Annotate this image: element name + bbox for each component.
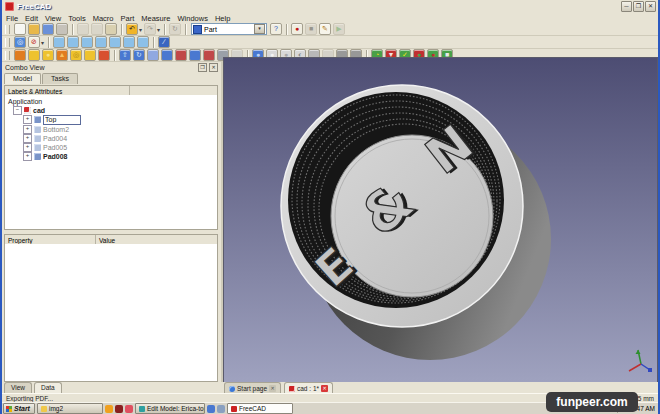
task-label: img2 (49, 405, 63, 412)
part-create-primitives-icon[interactable] (84, 49, 96, 61)
part-ruled-surface-icon[interactable] (189, 49, 201, 61)
menu-item-windows[interactable]: Windows (177, 14, 207, 23)
tree-item-cad[interactable]: cad (5, 106, 217, 115)
expand-icon[interactable] (23, 152, 32, 161)
part-fillet-icon[interactable] (161, 49, 173, 61)
expand-icon[interactable] (23, 125, 32, 134)
menu-item-tools[interactable]: Tools (68, 14, 86, 23)
tree-item-bottom2[interactable]: Bottom2 (5, 125, 217, 134)
view-axonometric-icon[interactable] (53, 36, 65, 48)
redo-icon[interactable]: ↷ (144, 23, 156, 35)
tree-item-application[interactable]: Application (5, 97, 217, 106)
tab-tasks[interactable]: Tasks (42, 73, 78, 84)
tree-item-pad005[interactable]: Pad005 (5, 143, 217, 152)
tab-data[interactable]: Data (34, 382, 62, 393)
part-extrude-icon[interactable]: ⇧ (119, 49, 131, 61)
workbench-selector[interactable]: Part (191, 23, 267, 35)
taskbar-item-edit-model[interactable]: Edit Model: Erica-top - S... (135, 403, 205, 414)
view-bottom-icon[interactable] (123, 36, 135, 48)
macro-stop-icon[interactable]: ■ (305, 23, 317, 35)
macro-record-icon[interactable]: ● (291, 23, 303, 35)
part-mirror-icon[interactable] (147, 49, 159, 61)
macro-play-icon[interactable]: ▶ (333, 23, 345, 35)
view-front-icon[interactable] (67, 36, 79, 48)
property-table[interactable] (4, 244, 218, 382)
close-icon[interactable] (645, 1, 656, 12)
refresh-icon[interactable]: ↻ (169, 23, 181, 35)
quick-launch-orange-icon[interactable] (105, 405, 113, 413)
part-torus-icon[interactable]: ◎ (70, 49, 82, 61)
quick-launch-pink-icon[interactable] (125, 405, 133, 413)
toolbar-grip[interactable] (5, 25, 10, 34)
title-bar: FreeCAD (2, 0, 658, 13)
maximize-icon[interactable] (633, 1, 644, 12)
menu-item-measure[interactable]: Measure (141, 14, 170, 23)
view-rear-icon[interactable] (109, 36, 121, 48)
quick-launch-blue-icon[interactable] (207, 405, 215, 413)
paste-icon[interactable] (105, 23, 117, 35)
part-sphere-icon[interactable]: ● (42, 49, 54, 61)
minimize-icon[interactable] (621, 1, 632, 12)
redo-dropdown-icon[interactable] (157, 26, 160, 33)
collapse-icon[interactable] (13, 106, 22, 115)
3d-viewport[interactable]: E E & & N N (223, 57, 658, 383)
draw-style-icon[interactable]: ⊘ (28, 36, 40, 48)
undo-icon[interactable]: ↶ (126, 23, 138, 35)
quick-launch-gray-icon[interactable] (217, 405, 225, 413)
macro-edit-icon[interactable]: ✎ (319, 23, 331, 35)
part-chamfer-icon[interactable] (175, 49, 187, 61)
fit-all-icon[interactable]: ◎ (14, 36, 26, 48)
menu-item-file[interactable]: File (6, 14, 18, 23)
save-document-icon[interactable] (42, 23, 54, 35)
view-top-icon[interactable] (81, 36, 93, 48)
undo-dropdown-icon[interactable] (139, 26, 142, 33)
tab-cad-document[interactable]: cad : 1* (284, 382, 333, 393)
cut-icon[interactable] (77, 23, 89, 35)
menu-item-part[interactable]: Part (121, 14, 135, 23)
workbench-dropdown-icon[interactable] (254, 24, 265, 34)
expand-icon[interactable] (23, 115, 32, 124)
quick-launch-darkred-icon[interactable] (115, 405, 123, 413)
part-box-icon[interactable] (14, 49, 26, 61)
close-panel-icon[interactable] (209, 63, 218, 72)
tree-rename-input[interactable] (43, 115, 81, 125)
view-left-icon[interactable] (137, 36, 149, 48)
tab-model[interactable]: Model (4, 73, 41, 84)
print-icon[interactable] (56, 23, 68, 35)
tree-item-top-renaming[interactable] (5, 115, 217, 124)
undock-panel-icon[interactable] (198, 63, 207, 72)
menu-item-help[interactable]: Help (215, 14, 230, 23)
menu-item-macro[interactable]: Macro (93, 14, 114, 23)
open-document-icon[interactable] (28, 23, 40, 35)
draw-style-dropdown-icon[interactable] (41, 39, 44, 46)
windows-flag-icon (6, 406, 12, 412)
part-cone-icon[interactable]: ▲ (56, 49, 68, 61)
copy-icon[interactable] (91, 23, 103, 35)
whats-this-icon[interactable]: ? (270, 23, 282, 35)
part-cylinder-icon[interactable] (28, 49, 40, 61)
tab-view[interactable]: View (4, 382, 32, 393)
menu-item-edit[interactable]: Edit (25, 14, 38, 23)
start-page-icon (229, 386, 235, 392)
part-revolve-icon[interactable]: ↻ (133, 49, 145, 61)
toolbar-grip[interactable] (5, 38, 10, 47)
start-button[interactable]: Start (3, 403, 35, 414)
toolbar-grip[interactable] (5, 51, 10, 60)
view-toolbar-icons: ◎⊘∕ (13, 36, 171, 48)
close-tab-icon[interactable] (321, 385, 328, 392)
new-document-icon[interactable] (14, 23, 26, 35)
tree-item-pad008[interactable]: Pad008 (5, 152, 217, 161)
menu-item-view[interactable]: View (45, 14, 61, 23)
measure-linear-icon[interactable]: ∕ (158, 36, 170, 48)
close-tab-icon[interactable] (269, 385, 276, 392)
part-loft-icon[interactable] (203, 49, 215, 61)
toolbar-separator (48, 37, 49, 48)
part-shape-builder-icon[interactable] (98, 49, 110, 61)
expand-icon[interactable] (23, 143, 32, 152)
taskbar-item-freecad[interactable]: FreeCAD (227, 403, 293, 414)
taskbar-item-img2[interactable]: img2 (37, 403, 103, 414)
tab-start-page[interactable]: Start page (224, 382, 281, 393)
expand-icon[interactable] (23, 134, 32, 143)
tree-item-pad004[interactable]: Pad004 (5, 134, 217, 143)
view-right-icon[interactable] (95, 36, 107, 48)
